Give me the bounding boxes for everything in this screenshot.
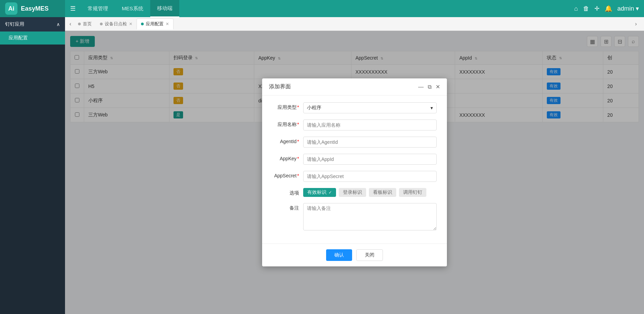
option-tag[interactable]: 调用钉钉: [399, 188, 426, 197]
option-tag[interactable]: 有效标识✓: [303, 188, 336, 197]
tab-next-btn[interactable]: ›: [632, 21, 640, 27]
admin-label: admin: [617, 5, 634, 12]
sidebar-section-dingding[interactable]: 钉钉应用 ∧: [0, 17, 65, 32]
admin-button[interactable]: admin ▾: [617, 5, 639, 12]
options-group: 有效标识✓登录标识看板标识调用钉钉: [303, 188, 437, 197]
form-row-appsecret: AppSecret*: [272, 171, 437, 182]
chevron-down-icon-select: ▾: [430, 105, 433, 111]
label-appkey: AppKey*: [272, 154, 303, 161]
tab-close-appconfig[interactable]: ✕: [166, 22, 169, 26]
option-tag[interactable]: 登录标识: [339, 188, 366, 197]
tool-icon[interactable]: ✛: [594, 5, 600, 12]
input-appsecret[interactable]: [303, 171, 437, 182]
nav-item-mes[interactable]: MES系统: [115, 0, 150, 17]
tab-prev-btn[interactable]: ‹: [67, 21, 74, 27]
chevron-down-icon: ▾: [636, 5, 639, 12]
close-button[interactable]: 关闭: [356, 249, 383, 261]
label-agentid: AgentId*: [272, 137, 303, 144]
required-app-name: *: [297, 122, 299, 127]
tab-device[interactable]: 设备日点检 ✕: [96, 18, 137, 29]
modal-body: 应用类型* 小程序 ▾ 应用名称*: [262, 96, 447, 243]
tab-label-appconfig: 应用配置: [146, 21, 164, 27]
tab-home[interactable]: 首页: [74, 18, 96, 29]
input-app-name[interactable]: [303, 120, 437, 130]
form-row-appkey: AppKey*: [272, 154, 437, 165]
tab-dot-appconfig: [141, 23, 144, 25]
top-navbar: Ai EasyMES ☰ 常规管理 MES系统 移动端 ⌂ 🗑 ✛ 🔔 admi…: [0, 0, 644, 17]
nav-item-mobile[interactable]: 移动端: [150, 0, 179, 17]
main-layout: 钉钉应用 ∧ 应用配置 ‹ 首页 设备日点检 ✕ 应用配置 ✕: [0, 17, 644, 314]
form-row-options: 选项 有效标识✓登录标识看板标识调用钉钉: [272, 188, 437, 197]
option-label: 登录标识: [343, 189, 362, 196]
form-row-app-name: 应用名称*: [272, 120, 437, 130]
check-icon: ✓: [329, 190, 332, 195]
app-name: EasyMES: [21, 5, 49, 12]
collapse-icon: ∧: [56, 22, 60, 27]
page-content: + 新增 ▦ ⊞ ⊟ ⌕ 应用类型 ⇅ 扫码登录 ⇅: [65, 31, 644, 314]
required-app-type: *: [297, 104, 299, 110]
option-tag[interactable]: 看板标识: [369, 188, 396, 197]
confirm-button[interactable]: 确认: [326, 249, 352, 261]
tab-close-device[interactable]: ✕: [129, 22, 132, 26]
option-label: 有效标识: [307, 189, 326, 196]
modal-dialog: 添加界面 — ⧉ ✕ 应用类型*: [262, 78, 447, 266]
content-area: ‹ 首页 设备日点检 ✕ 应用配置 ✕ ›: [65, 17, 644, 314]
nav-items: 常规管理 MES系统 移动端: [81, 0, 179, 17]
tab-app-config[interactable]: 应用配置 ✕: [137, 18, 173, 29]
home-icon[interactable]: ⌂: [574, 5, 578, 12]
logo-area: Ai EasyMES: [0, 0, 65, 17]
modal-title: 添加界面: [269, 83, 291, 90]
input-agentid[interactable]: [303, 137, 437, 148]
tab-dot-device: [100, 23, 103, 25]
tab-dot-home: [78, 23, 81, 25]
label-app-name: 应用名称*: [272, 120, 303, 128]
label-appsecret: AppSecret*: [272, 171, 303, 178]
tab-label-home: 首页: [83, 21, 92, 27]
form-row-app-type: 应用类型* 小程序 ▾: [272, 102, 437, 113]
modal-close-btn[interactable]: ✕: [436, 84, 440, 90]
logo-icon: Ai: [5, 2, 17, 15]
trash-icon[interactable]: 🗑: [583, 5, 589, 12]
sidebar-section-label: 钉钉应用: [5, 21, 24, 27]
bell-icon[interactable]: 🔔: [605, 5, 612, 12]
required-appkey: *: [297, 156, 299, 161]
modal-header: 添加界面 — ⧉ ✕: [262, 78, 447, 96]
required-appsecret: *: [297, 173, 299, 178]
modal-minimize-btn[interactable]: —: [418, 84, 424, 90]
label-remark: 备注: [272, 203, 303, 211]
input-remark[interactable]: [303, 203, 437, 230]
modal-footer: 确认 关闭: [262, 243, 447, 266]
tab-bar: ‹ 首页 设备日点检 ✕ 应用配置 ✕ ›: [65, 17, 644, 31]
modal-overlay: 添加界面 — ⧉ ✕ 应用类型*: [65, 31, 644, 314]
modal-header-icons: — ⧉ ✕: [418, 84, 440, 90]
modal-maximize-btn[interactable]: ⧉: [428, 84, 432, 90]
tab-label-device: 设备日点检: [105, 21, 127, 27]
sidebar-item-app-config[interactable]: 应用配置: [0, 32, 65, 45]
label-app-type: 应用类型*: [272, 102, 303, 111]
select-app-type[interactable]: 小程序 ▾: [303, 102, 437, 113]
label-options: 选项: [272, 188, 303, 196]
required-agentid: *: [297, 139, 299, 144]
menu-toggle-icon[interactable]: ☰: [65, 5, 81, 12]
option-label: 调用钉钉: [403, 189, 422, 196]
sidebar: 钉钉应用 ∧ 应用配置: [0, 17, 65, 314]
tab-bar-right: ›: [632, 21, 642, 27]
form-row-remark: 备注: [272, 203, 437, 230]
topnav-right: ⌂ 🗑 ✛ 🔔 admin ▾: [574, 5, 644, 12]
option-label: 看板标识: [373, 189, 392, 196]
nav-item-normal[interactable]: 常规管理: [81, 0, 115, 17]
form-row-agentid: AgentId*: [272, 137, 437, 148]
input-appkey[interactable]: [303, 154, 437, 165]
